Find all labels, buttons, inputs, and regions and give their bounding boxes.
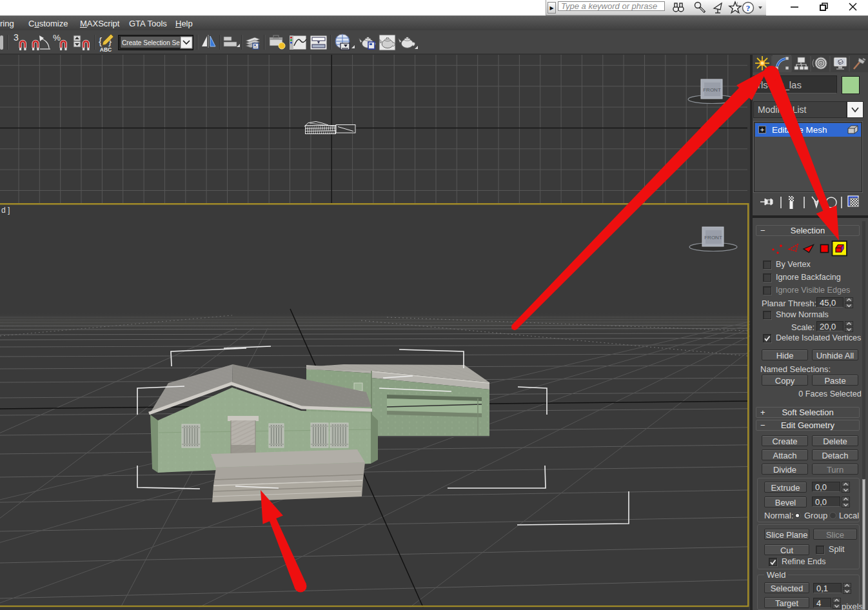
svg-text:d ]: d ]: [1, 206, 10, 215]
svg-text:FRONT: FRONT: [703, 87, 721, 93]
svg-text:ABC: ABC: [100, 46, 112, 53]
svg-text:%: %: [53, 33, 61, 43]
svg-text:{: {: [99, 35, 102, 46]
svg-text:?: ?: [746, 3, 751, 13]
svg-text:Create Selection Se: Create Selection Se: [122, 38, 180, 46]
svg-text:FRONT: FRONT: [704, 235, 722, 241]
svg-text:3: 3: [14, 32, 19, 43]
